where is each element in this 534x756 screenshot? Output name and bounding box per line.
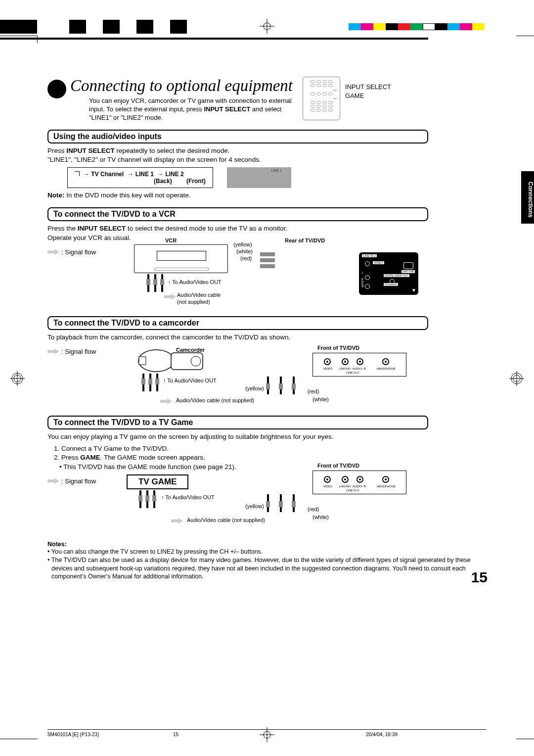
section-header: To connect the TV/DVD to a VCR — [47, 207, 428, 221]
svg-rect-38 — [267, 377, 269, 383]
svg-rect-56 — [267, 494, 269, 501]
svg-rect-41 — [280, 377, 282, 383]
svg-rect-57 — [280, 507, 282, 512]
tvgame-box: TV GAME — [127, 474, 188, 489]
svg-rect-50 — [146, 501, 148, 508]
svg-point-25 — [191, 356, 201, 366]
svg-rect-34 — [155, 378, 159, 384]
tvgame-connection-diagram: : Signal flow TV GAME Front of TV/DVD VI… — [47, 473, 488, 538]
notes-heading: Notes: — [47, 541, 488, 548]
svg-rect-55 — [266, 501, 270, 507]
arrow-icon — [47, 348, 59, 354]
svg-rect-46 — [138, 495, 142, 501]
svg-rect-54 — [267, 507, 269, 512]
page-title: Connecting to optional equipment — [70, 77, 293, 95]
svg-rect-47 — [139, 501, 141, 508]
svg-rect-40 — [279, 383, 283, 389]
svg-rect-21 — [160, 279, 164, 285]
camcorder-icon — [136, 344, 211, 374]
svg-rect-43 — [292, 383, 296, 389]
crop-mark — [37, 36, 38, 43]
remote-callouts: INPUT SELECT GAME — [345, 83, 391, 100]
tv-screen-mock: LINE 1 — [227, 167, 291, 188]
top-rule — [0, 38, 428, 40]
svg-rect-29 — [142, 384, 144, 391]
svg-rect-17 — [154, 274, 156, 279]
crop-mark — [0, 36, 38, 36]
svg-rect-18 — [153, 279, 157, 285]
svg-rect-52 — [152, 495, 156, 501]
svg-rect-60 — [293, 507, 295, 512]
svg-rect-31 — [148, 378, 152, 384]
svg-rect-22 — [161, 285, 163, 292]
svg-rect-44 — [293, 377, 295, 383]
section-body: Press the INPUT SELECT to select the des… — [47, 224, 488, 242]
steps-list: Connect a TV Game to the TV/DVD. Press G… — [61, 444, 488, 472]
section-header: To connect the TV/DVD to a camcorder — [47, 316, 428, 330]
footer: 5M40101A [E] (P13-23) 15 20/4/04, 16:39 — [47, 729, 487, 737]
svg-rect-27 — [142, 374, 144, 378]
svg-rect-48 — [146, 490, 148, 495]
crop-mark — [516, 36, 534, 36]
svg-rect-35 — [156, 384, 158, 391]
note-text: Note: In the DVD mode this key will not … — [47, 191, 488, 200]
registration-mark-icon — [260, 19, 274, 34]
remote-diagram: — — — [303, 77, 340, 120]
svg-rect-20 — [161, 274, 163, 279]
section-body: You can enjoy playing a TV game on the s… — [47, 432, 488, 441]
camcorder-connection-diagram: : Signal flow Camcorder Front of TV/DVD … — [47, 344, 488, 408]
section-header: To connect the TV/DVD to a TV Game — [47, 416, 428, 429]
crop-mark — [516, 739, 534, 739]
arrow-icon — [47, 249, 59, 255]
svg-rect-32 — [149, 384, 151, 391]
svg-rect-51 — [153, 490, 155, 495]
section-body: Press INPUT SELECT repeatedly to select … — [47, 146, 488, 164]
svg-rect-14 — [147, 274, 149, 279]
page-content: Connecting to optional equipment You can… — [47, 77, 488, 581]
svg-rect-16 — [147, 285, 149, 292]
crop-mark — [0, 739, 38, 739]
svg-rect-42 — [293, 389, 295, 394]
rear-panel-diagram: LINE IN 1 VIDEO UHF/ VHF L DIGITAL AUDIO… — [359, 252, 418, 295]
section-body: To playback from the camcorder, connect … — [47, 333, 488, 342]
svg-rect-53 — [153, 501, 155, 508]
svg-rect-49 — [145, 495, 149, 501]
vcr-connection-diagram: : Signal flow VCR (yellow) (white) (red)… — [47, 244, 488, 309]
svg-rect-30 — [149, 374, 151, 378]
intro-text: You can enjoy VCR, camcorder or TV game … — [89, 97, 292, 122]
svg-rect-33 — [156, 374, 158, 378]
title-bullet-icon — [47, 80, 66, 98]
front-panel-diagram: VIDEO L/MONO -AUDIO- R HEADPHONE LINE IN… — [312, 353, 406, 377]
vcr-icon — [134, 244, 228, 273]
svg-rect-36 — [267, 389, 269, 394]
svg-rect-26 — [139, 357, 146, 365]
svg-rect-39 — [280, 389, 282, 394]
notes-list: You can also change the TV screen to LIN… — [47, 548, 488, 581]
section-header: Using the audio/video inputs — [47, 130, 428, 143]
registration-mark-icon — [10, 371, 25, 386]
front-panel-diagram: VIDEO L/MONO -AUDIO- R HEADPHONE LINE IN… — [312, 471, 406, 494]
svg-rect-62 — [293, 494, 295, 501]
page-number: 15 — [471, 569, 488, 586]
registration-mark-icon — [509, 371, 524, 386]
svg-rect-37 — [266, 383, 270, 389]
svg-rect-15 — [146, 279, 150, 285]
arrow-icon — [47, 478, 59, 484]
section-tab: Connections — [521, 171, 534, 224]
svg-rect-58 — [279, 501, 283, 507]
svg-rect-61 — [292, 501, 296, 507]
svg-rect-19 — [154, 285, 156, 292]
svg-rect-45 — [139, 490, 141, 495]
svg-rect-28 — [141, 378, 145, 384]
svg-rect-59 — [280, 494, 282, 501]
mode-flow-diagram: TV Channel LINE 1 LINE 2 (Back) (Front) — [67, 167, 213, 188]
